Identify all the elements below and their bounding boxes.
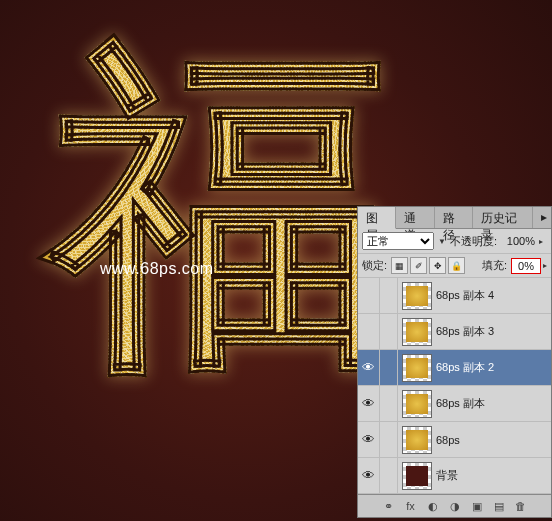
layer-name[interactable]: 68ps 副本 4 bbox=[436, 288, 494, 303]
fill-label: 填充: bbox=[482, 258, 507, 273]
visibility-toggle[interactable] bbox=[358, 278, 380, 313]
lock-pixels-icon[interactable]: ✐ bbox=[410, 257, 427, 274]
layer-row[interactable]: 68ps 副本 3 bbox=[358, 314, 551, 350]
layer-name[interactable]: 68ps 副本 3 bbox=[436, 324, 494, 339]
opacity-label: 不透明度: bbox=[450, 234, 497, 249]
tab-paths[interactable]: 路径 bbox=[435, 207, 473, 228]
layer-style-icon[interactable]: fx bbox=[403, 498, 419, 514]
link-layers-icon[interactable]: ⚭ bbox=[381, 498, 397, 514]
visibility-toggle[interactable]: 👁 bbox=[358, 350, 380, 385]
layer-thumbnail[interactable] bbox=[402, 354, 432, 382]
artwork-glyph: 福 bbox=[51, 41, 391, 381]
fill-value[interactable]: 0% bbox=[511, 258, 541, 274]
layer-name[interactable]: 68ps 副本 2 bbox=[436, 360, 494, 375]
link-cell[interactable] bbox=[380, 458, 398, 493]
layer-name[interactable]: 68ps 副本 bbox=[436, 396, 485, 411]
new-layer-icon[interactable]: ▤ bbox=[491, 498, 507, 514]
visibility-toggle[interactable]: 👁 bbox=[358, 458, 380, 493]
lock-all-icon[interactable]: 🔒 bbox=[448, 257, 465, 274]
layer-mask-icon[interactable]: ◐ bbox=[425, 498, 441, 514]
opacity-slider-icon[interactable]: ▸ bbox=[539, 237, 543, 246]
link-cell[interactable] bbox=[380, 386, 398, 421]
dropdown-icon: ▼ bbox=[438, 237, 446, 246]
panel-menu-icon[interactable]: ▸ bbox=[533, 207, 551, 228]
fill-slider-icon[interactable]: ▸ bbox=[543, 261, 547, 270]
lock-transparent-icon[interactable]: ▦ bbox=[391, 257, 408, 274]
panel-footer: ⚭ fx ◐ ◑ ▣ ▤ 🗑 bbox=[358, 494, 551, 517]
link-cell[interactable] bbox=[380, 278, 398, 313]
visibility-toggle[interactable] bbox=[358, 314, 380, 349]
link-cell[interactable] bbox=[380, 350, 398, 385]
visibility-toggle[interactable]: 👁 bbox=[358, 386, 380, 421]
layer-row[interactable]: 👁 68ps bbox=[358, 422, 551, 458]
delete-layer-icon[interactable]: 🗑 bbox=[513, 498, 529, 514]
layer-row[interactable]: 👁 背景 bbox=[358, 458, 551, 494]
link-cell[interactable] bbox=[380, 314, 398, 349]
lock-label: 锁定: bbox=[362, 258, 387, 273]
layer-list: 68ps 副本 4 68ps 副本 3 👁 68ps 副本 2 👁 68ps 副… bbox=[358, 278, 551, 494]
layers-panel: 图层 通道 路径 历史记录 ▸ 正常 ▼ 不透明度: 100% ▸ 锁定: ▦ … bbox=[357, 206, 552, 518]
tab-layers[interactable]: 图层 bbox=[358, 207, 396, 229]
layer-thumbnail[interactable] bbox=[402, 462, 432, 490]
tab-history[interactable]: 历史记录 bbox=[473, 207, 533, 228]
watermark-text: www.68ps.com bbox=[100, 260, 214, 278]
lock-position-icon[interactable]: ✥ bbox=[429, 257, 446, 274]
layer-name[interactable]: 68ps bbox=[436, 434, 460, 446]
tab-channels[interactable]: 通道 bbox=[396, 207, 434, 228]
layer-thumbnail[interactable] bbox=[402, 426, 432, 454]
blend-mode-select[interactable]: 正常 bbox=[362, 232, 434, 250]
blend-opacity-row: 正常 ▼ 不透明度: 100% ▸ bbox=[358, 229, 551, 254]
layer-row[interactable]: 👁 68ps 副本 2 bbox=[358, 350, 551, 386]
lock-fill-row: 锁定: ▦ ✐ ✥ 🔒 填充: 0% ▸ bbox=[358, 254, 551, 278]
link-cell[interactable] bbox=[380, 422, 398, 457]
layer-thumbnail[interactable] bbox=[402, 318, 432, 346]
layer-name[interactable]: 背景 bbox=[436, 468, 458, 483]
layer-thumbnail[interactable] bbox=[402, 390, 432, 418]
panel-tabs: 图层 通道 路径 历史记录 ▸ bbox=[358, 207, 551, 229]
adjustment-layer-icon[interactable]: ◑ bbox=[447, 498, 463, 514]
visibility-toggle[interactable]: 👁 bbox=[358, 422, 380, 457]
layer-row[interactable]: 👁 68ps 副本 bbox=[358, 386, 551, 422]
layer-thumbnail[interactable] bbox=[402, 282, 432, 310]
layer-row[interactable]: 68ps 副本 4 bbox=[358, 278, 551, 314]
opacity-value[interactable]: 100% bbox=[501, 235, 535, 247]
new-group-icon[interactable]: ▣ bbox=[469, 498, 485, 514]
